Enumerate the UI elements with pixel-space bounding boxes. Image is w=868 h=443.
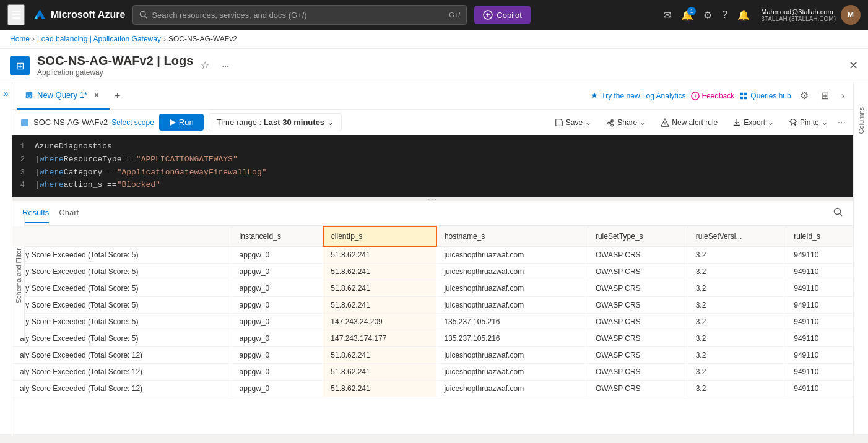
chart-tab[interactable]: Chart <box>59 203 79 223</box>
hamburger-button[interactable]: ☰ <box>7 4 25 25</box>
query-editor[interactable]: 1 AzureDiagnostics 2 | where ResourceTyp… <box>12 135 853 197</box>
cell-ruleid: 949110 <box>786 330 853 347</box>
svg-text:Q: Q <box>27 93 31 98</box>
search-input[interactable] <box>152 11 449 20</box>
cell-hostname: 135.237.105.216 <box>436 314 588 330</box>
results-search-button[interactable] <box>833 207 843 219</box>
table-row[interactable]: aly Score Exceeded (Total Score: 5) appg… <box>12 280 853 297</box>
notification-badge: 1 <box>687 7 696 15</box>
run-button[interactable]: Run <box>159 114 204 131</box>
breadcrumb-home[interactable]: Home <box>10 35 30 43</box>
tab-actions: Try the new Log Analytics Feedback Queri… <box>590 86 848 105</box>
cell-clientip: 51.8.62.241 <box>323 264 436 280</box>
cell-instanceid: appgw_0 <box>232 347 323 364</box>
pin-icon <box>789 118 797 127</box>
more-options-button[interactable]: ··· <box>217 58 234 73</box>
breadcrumb-sep-2: › <box>163 35 166 43</box>
new-alert-rule-button[interactable]: New alert rule <box>656 116 723 129</box>
table-row[interactable]: aly Score Exceeded (Total Score: 12) app… <box>12 364 853 381</box>
tab-close-button[interactable]: ✕ <box>91 90 102 101</box>
close-button[interactable]: ✕ <box>849 59 858 72</box>
col-header-hostname[interactable]: hostname_s <box>436 226 588 246</box>
cell-hostname: juiceshopthruazwaf.com <box>436 297 588 314</box>
cell-hostname: juiceshopthruazwaf.com <box>436 246 588 264</box>
queries-hub-button[interactable]: Queries hub <box>739 92 791 100</box>
breadcrumb-load-balancing[interactable]: Load balancing | Application Gateway <box>37 35 161 43</box>
favorite-button[interactable]: ☆ <box>201 59 209 71</box>
feedback-icon-button[interactable]: 🔔 <box>734 6 753 25</box>
export-button[interactable]: Export ⌄ <box>727 116 779 129</box>
query-line-2: 2 | where ResourceType == "APPLICATIONGA… <box>12 153 853 166</box>
breadcrumb-sep-1: › <box>32 35 35 43</box>
toolbar-more-button[interactable]: ··· <box>838 117 846 128</box>
pin-to-button[interactable]: Pin to ⌄ <box>784 116 833 129</box>
time-range-button[interactable]: Time range : Last 30 minutes ⌄ <box>209 113 342 131</box>
settings-button[interactable]: ⚙ <box>700 6 716 25</box>
table-row[interactable]: aly Score Exceeded (Total Score: 5) appg… <box>12 314 853 330</box>
cell-rulesetver: 3.2 <box>688 246 786 264</box>
copilot-button[interactable]: Copilot <box>474 6 530 24</box>
col-header-desc <box>12 226 232 246</box>
tab-add-button[interactable]: + <box>110 88 125 104</box>
user-avatar[interactable]: M <box>841 5 861 25</box>
more-tab-options-button[interactable]: › <box>838 87 848 105</box>
cell-clientip: 51.8.62.241 <box>323 246 436 264</box>
save-button[interactable]: Save ⌄ <box>550 116 596 129</box>
cell-desc: aly Score Exceeded (Total Score: 5) <box>12 264 232 280</box>
line-number-3: 3 <box>12 167 35 179</box>
table-row[interactable]: aly Score Exceeded (Total Score: 5) appg… <box>12 246 853 264</box>
collapse-toggle[interactable]: » <box>2 87 10 100</box>
layout-icon-button[interactable]: ⊞ <box>817 86 833 105</box>
cell-desc: aly Score Exceeded (Total Score: 12) <box>12 347 232 364</box>
tab-label: New Query 1* <box>37 90 87 100</box>
tab-new-query-1[interactable]: Q New Query 1* ✕ <box>17 82 110 110</box>
azure-logo: Microsoft Azure <box>32 8 125 22</box>
scope-selector: SOC-NS-AG-WAFv2 Select scope <box>20 118 154 127</box>
svg-rect-10 <box>744 96 747 98</box>
feedback-button[interactable]: Feedback <box>691 92 735 100</box>
copilot-label: Copilot <box>497 11 521 20</box>
table-row[interactable]: aly Score Exceeded (Total Score: 12) app… <box>12 381 853 397</box>
run-icon <box>169 119 176 126</box>
settings-icon-button[interactable]: ⚙ <box>796 86 812 105</box>
cell-rulesettype: OWASP CRS <box>588 314 688 330</box>
help-button[interactable]: ? <box>718 6 731 24</box>
col-header-rulesettype[interactable]: ruleSetType_s <box>588 226 688 246</box>
resource-icon: ⊞ <box>10 56 30 75</box>
results-table-container: instanceId_s clientIp_s hostname_s ruleS… <box>12 226 853 434</box>
line-number-2: 2 <box>12 154 35 166</box>
share-button[interactable]: Share ⌄ <box>601 116 651 129</box>
cell-desc: aly Score Exceeded (Total Score: 12) <box>12 364 232 381</box>
cell-ruleid: 949110 <box>786 381 853 397</box>
col-header-ruleid[interactable]: ruleId_s <box>786 226 853 246</box>
col-header-rulesetver[interactable]: ruleSetVersi... <box>688 226 786 246</box>
cell-rulesetver: 3.2 <box>688 330 786 347</box>
query-line-4: 4 | where action_s == "Blocked" <box>12 179 853 192</box>
breadcrumb: Home › Load balancing | Application Gate… <box>0 30 868 49</box>
cell-ruleid: 949110 <box>786 364 853 381</box>
cell-desc: aly Score Exceeded (Total Score: 5) <box>12 314 232 330</box>
col-header-clientip[interactable]: clientIp_s <box>323 226 436 246</box>
table-row[interactable]: aly Score Exceeded (Total Score: 5) appg… <box>12 264 853 280</box>
breadcrumb-current: SOC-NS-AG-WAFv2 <box>168 35 237 43</box>
cell-rulesettype: OWASP CRS <box>588 297 688 314</box>
search-bar[interactable]: G+/ <box>132 5 467 25</box>
try-new-analytics-button[interactable]: Try the new Log Analytics <box>590 92 685 100</box>
cell-rulesettype: OWASP CRS <box>588 264 688 280</box>
results-tab[interactable]: Results <box>22 203 49 223</box>
notifications-button[interactable]: 🔔 1 <box>677 6 697 25</box>
cell-clientip: 51.8.62.241 <box>323 381 436 397</box>
table-row[interactable]: aly Score Exceeded (Total Score: 5) appg… <box>12 330 853 347</box>
queries-hub-label: Queries hub <box>750 92 791 100</box>
table-row[interactable]: aly Score Exceeded (Total Score: 5) appg… <box>12 297 853 314</box>
cell-rulesettype: OWASP CRS <box>588 347 688 364</box>
col-header-instanceid[interactable]: instanceId_s <box>232 226 323 246</box>
columns-label[interactable]: Columns <box>857 107 865 134</box>
line-number-4: 4 <box>12 179 35 191</box>
schema-filter-label[interactable]: Schema and Filter <box>15 248 22 303</box>
email-icon-button[interactable]: ✉ <box>659 6 675 25</box>
select-scope-link[interactable]: Select scope <box>111 118 154 127</box>
table-row[interactable]: aly Score Exceeded (Total Score: 12) app… <box>12 347 853 364</box>
cell-hostname: juiceshopthruazwaf.com <box>436 280 588 297</box>
line-number-1: 1 <box>12 141 35 153</box>
